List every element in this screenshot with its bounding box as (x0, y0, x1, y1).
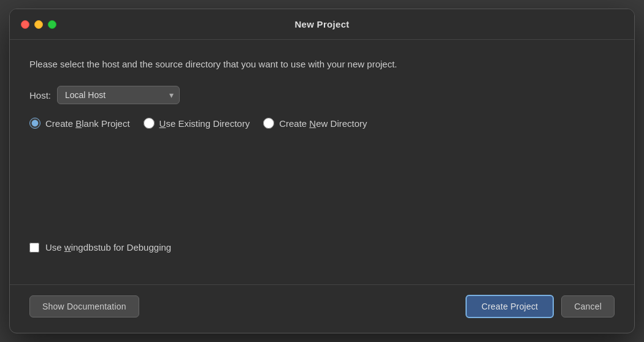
radio-blank[interactable] (29, 118, 40, 129)
title-bar: New Project (10, 9, 634, 40)
radio-option-blank[interactable]: Create Blank Project (29, 118, 130, 129)
host-label: Host: (29, 90, 51, 101)
show-documentation-button[interactable]: Show Documentation (29, 295, 139, 317)
radio-existing-label: Use Existing Directory (159, 118, 250, 129)
new-project-dialog: New Project Please select the host and t… (9, 9, 635, 333)
window-title: New Project (294, 19, 349, 29)
radio-blank-label: Create Blank Project (45, 118, 130, 129)
footer: Show Documentation Create Project Cancel (10, 284, 634, 333)
radio-option-existing[interactable]: Use Existing Directory (144, 118, 250, 129)
dialog-content: Please select the host and the source di… (10, 40, 634, 284)
traffic-lights (21, 20, 56, 29)
radio-row: Create Blank Project Use Existing Direct… (29, 118, 615, 129)
radio-existing[interactable] (144, 118, 155, 129)
radio-option-new-dir[interactable]: Create New Directory (263, 118, 367, 129)
cancel-button[interactable]: Cancel (561, 295, 615, 317)
create-project-button[interactable]: Create Project (466, 295, 554, 318)
close-button[interactable] (21, 20, 29, 29)
minimize-button[interactable] (34, 20, 43, 29)
maximize-button[interactable] (48, 20, 56, 29)
checkbox-row: Use wingdbstub for Debugging (29, 242, 615, 253)
wingdbstub-label: Use wingdbstub for Debugging (45, 242, 171, 253)
host-select-wrapper: Local Host Remote Host Docker (57, 86, 180, 104)
host-row: Host: Local Host Remote Host Docker (29, 86, 615, 104)
radio-new-dir[interactable] (263, 118, 274, 129)
footer-left: Show Documentation (29, 295, 139, 317)
host-select[interactable]: Local Host Remote Host Docker (57, 86, 180, 104)
wingdbstub-checkbox[interactable] (29, 243, 39, 253)
footer-right: Create Project Cancel (466, 295, 615, 318)
radio-new-dir-label: Create New Directory (279, 118, 367, 129)
description-text: Please select the host and the source di… (29, 57, 615, 71)
